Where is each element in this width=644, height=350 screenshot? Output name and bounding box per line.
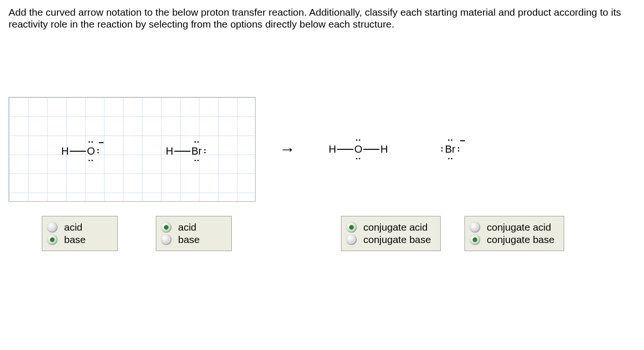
option-label: acid — [64, 222, 83, 233]
negative-charge — [460, 140, 465, 141]
option-label: conjugate base — [487, 234, 554, 245]
option-conjugate-base[interactable]: conjugate base — [346, 234, 432, 245]
option-group-3: conjugate acid conjugate base — [341, 216, 441, 251]
option-group-4: conjugate acid conjugate base — [464, 216, 564, 251]
lone-pair — [194, 160, 199, 161]
lone-pair — [441, 147, 443, 151]
reactant-hbr[interactable]: H Br — [166, 145, 202, 157]
lone-pair — [204, 149, 206, 153]
option-acid[interactable]: acid — [161, 222, 223, 233]
atom-br: Br — [191, 145, 202, 157]
lone-pair — [97, 149, 99, 153]
reaction-row: H O H Br → H — [9, 97, 635, 202]
option-conjugate-acid[interactable]: conjugate acid — [346, 222, 432, 233]
radio-icon[interactable] — [47, 222, 57, 233]
drawing-canvas[interactable]: H O H Br — [9, 97, 256, 202]
lone-pair — [448, 158, 452, 159]
bond — [174, 151, 190, 152]
option-group-1: acid base — [42, 216, 118, 251]
option-label: conjugate base — [363, 234, 431, 245]
atom-h: H — [380, 143, 388, 156]
option-label: base — [64, 234, 86, 245]
option-base[interactable]: base — [161, 234, 223, 245]
atom-h: H — [329, 143, 336, 156]
product-bromide: Br — [445, 143, 455, 156]
bond — [363, 149, 379, 150]
option-base[interactable]: base — [47, 234, 109, 245]
lone-pair — [356, 139, 360, 141]
option-acid[interactable]: acid — [47, 222, 109, 233]
atom-h: H — [61, 145, 69, 157]
atom-h: H — [166, 145, 173, 157]
lone-pair — [458, 147, 459, 151]
lone-pair — [89, 160, 93, 161]
question-text: Add the curved arrow notation to the bel… — [9, 7, 635, 30]
radio-icon[interactable] — [470, 222, 480, 233]
bond — [337, 149, 353, 150]
option-conjugate-base[interactable]: conjugate base — [470, 234, 555, 245]
lone-pair — [448, 139, 452, 141]
radio-icon[interactable] — [161, 234, 171, 245]
option-label: conjugate acid — [487, 222, 551, 233]
option-group-2: acid base — [156, 216, 232, 251]
lone-pair — [194, 141, 199, 143]
radio-icon[interactable] — [47, 234, 57, 245]
radio-icon[interactable] — [470, 234, 480, 245]
lone-pair — [356, 158, 360, 159]
reactant-hydroxide[interactable]: H O — [61, 145, 95, 157]
radio-icon[interactable] — [346, 234, 357, 245]
products: H O H Br — [329, 143, 455, 156]
atom-o: O — [87, 145, 95, 157]
option-label: base — [178, 234, 200, 245]
option-row: acid base acid base conjugate acid conju… — [9, 216, 635, 251]
option-conjugate-acid[interactable]: conjugate acid — [470, 222, 555, 233]
radio-icon[interactable] — [346, 222, 357, 233]
option-label: acid — [178, 222, 197, 233]
negative-charge — [99, 142, 104, 143]
atom-o: O — [354, 143, 362, 156]
option-label: conjugate acid — [363, 222, 427, 233]
reaction-arrow-icon: → — [279, 140, 295, 158]
atom-br: Br — [445, 143, 455, 156]
radio-icon[interactable] — [161, 222, 171, 233]
product-water: H O H — [329, 143, 388, 156]
lone-pair — [89, 141, 93, 143]
bond — [70, 151, 86, 152]
